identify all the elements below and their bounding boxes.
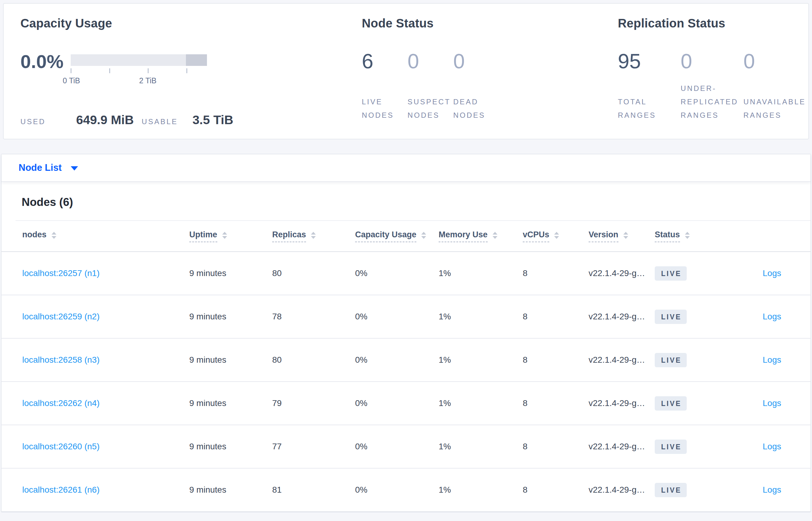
capacity-usage-cell: 0%: [355, 355, 438, 365]
logs-link[interactable]: Logs: [763, 312, 781, 321]
column-header-uptime[interactable]: Uptime: [189, 230, 272, 242]
status-badge: LIVE: [655, 396, 687, 411]
view-selector-label: Node List: [19, 162, 62, 173]
status-cell: LIVE: [655, 266, 728, 281]
node-link[interactable]: localhost:26258 (n3): [22, 355, 189, 365]
replicas-cell: 80: [272, 355, 355, 365]
sort-icon: [623, 232, 628, 239]
column-header-nodes[interactable]: nodes: [22, 230, 189, 242]
status-badge: LIVE: [655, 310, 687, 324]
memory-use-cell: 1%: [438, 268, 523, 278]
node-link[interactable]: localhost:26260 (n5): [22, 442, 189, 451]
node-link[interactable]: localhost:26262 (n4): [22, 399, 189, 408]
live-nodes-value: 6: [362, 49, 408, 73]
version-cell: v22.1.4-29-g…: [589, 399, 655, 408]
unavailable-ranges-stat: 0 UNAVAILABLE RANGES: [743, 49, 806, 122]
node-link[interactable]: localhost:26259 (n2): [22, 312, 189, 321]
uptime-cell: 9 minutes: [189, 485, 272, 495]
table-header-row: nodes Uptime Replicas Capacity Usage Mem…: [2, 221, 810, 252]
dead-nodes-value: 0: [453, 49, 499, 73]
version-cell: v22.1.4-29-g…: [589, 442, 655, 451]
status-cell: LIVE: [655, 396, 728, 411]
capacity-bar-track: [71, 54, 207, 66]
column-header-vcpus[interactable]: vCPUs: [523, 230, 589, 242]
unavailable-ranges-label: UNAVAILABLE RANGES: [743, 95, 806, 122]
capacity-usage-cell: 0%: [355, 442, 438, 451]
logs-link[interactable]: Logs: [763, 442, 781, 451]
vcpus-cell: 8: [523, 312, 589, 321]
node-link[interactable]: localhost:26261 (n6): [22, 485, 189, 495]
sort-icon: [51, 232, 56, 239]
table-row: localhost:26257 (n1) 9 minutes 80 0% 1% …: [2, 252, 810, 295]
sort-icon: [311, 232, 316, 239]
status-cell: LIVE: [655, 353, 728, 367]
logs-link[interactable]: Logs: [763, 268, 781, 278]
table-row: localhost:26258 (n3) 9 minutes 80 0% 1% …: [2, 339, 810, 382]
chevron-down-icon: [71, 166, 78, 171]
axis-tick: [148, 68, 148, 73]
uptime-cell: 9 minutes: [189, 312, 272, 321]
capacity-axis: [71, 68, 207, 74]
logs-link[interactable]: Logs: [763, 399, 781, 408]
table-row: localhost:26262 (n4) 9 minutes 79 0% 1% …: [2, 382, 810, 425]
total-ranges-label: TOTAL RANGES: [618, 95, 680, 122]
replicas-cell: 80: [272, 268, 355, 278]
capacity-bar-segment: [186, 54, 207, 66]
column-header-replicas[interactable]: Replicas: [272, 230, 355, 242]
total-ranges-value: 95: [618, 49, 680, 73]
uptime-cell: 9 minutes: [189, 442, 272, 451]
logs-link[interactable]: Logs: [763, 355, 781, 365]
node-status-title: Node Status: [362, 16, 618, 30]
column-header-version[interactable]: Version: [589, 230, 655, 242]
view-selector-dropdown[interactable]: Node List: [19, 162, 78, 173]
view-selector-bar: Node List: [2, 154, 810, 182]
node-status-section: Node Status 6 LIVE NODES 0 SUSPECT NODES…: [362, 4, 618, 139]
replicas-cell: 78: [272, 312, 355, 321]
axis-tick: [71, 68, 71, 73]
axis-tick-label: 0 TiB: [63, 76, 80, 85]
capacity-usage-cell: 0%: [355, 399, 438, 408]
under-replicated-ranges-stat: 0 UNDER- REPLICATED RANGES: [680, 49, 743, 122]
status-cell: LIVE: [655, 310, 728, 324]
cluster-overview-card: Capacity Usage 0.0% 0 TiB 2 TiB: [3, 3, 809, 139]
memory-use-cell: 1%: [438, 399, 523, 408]
capacity-usage-section: Capacity Usage 0.0% 0 TiB 2 TiB: [20, 4, 362, 139]
column-header-status[interactable]: Status: [655, 230, 728, 242]
axis-tick: [187, 68, 187, 73]
replicas-cell: 79: [272, 399, 355, 408]
logs-link[interactable]: Logs: [763, 485, 781, 495]
capacity-usage-title: Capacity Usage: [20, 16, 362, 30]
under-replicated-ranges-label: UNDER- REPLICATED RANGES: [680, 82, 743, 122]
nodes-table-title: Nodes (6): [22, 195, 810, 209]
status-badge: LIVE: [655, 266, 687, 281]
capacity-bar-chart: 0 TiB 2 TiB: [71, 54, 207, 86]
table-row: localhost:26260 (n5) 9 minutes 77 0% 1% …: [2, 425, 810, 469]
uptime-cell: 9 minutes: [189, 355, 272, 365]
memory-use-cell: 1%: [438, 442, 523, 451]
version-cell: v22.1.4-29-g…: [589, 485, 655, 495]
sort-icon: [493, 232, 497, 239]
used-label: USED: [20, 117, 46, 126]
node-link[interactable]: localhost:26257 (n1): [22, 268, 189, 278]
status-badge: LIVE: [655, 353, 687, 367]
status-cell: LIVE: [655, 439, 728, 454]
replicas-cell: 77: [272, 442, 355, 451]
usable-label: USABLE: [142, 117, 178, 126]
version-cell: v22.1.4-29-g…: [589, 268, 655, 278]
live-nodes-stat: 6 LIVE NODES: [362, 49, 408, 122]
suspect-nodes-label: SUSPECT NODES: [408, 95, 453, 122]
replicas-cell: 81: [272, 485, 355, 495]
vcpus-cell: 8: [523, 442, 589, 451]
sort-icon: [554, 232, 559, 239]
replication-status-title: Replication Status: [618, 16, 808, 30]
column-header-memory-use[interactable]: Memory Use: [438, 230, 523, 242]
sort-icon: [222, 232, 227, 239]
axis-tick: [110, 68, 110, 73]
capacity-usage-cell: 0%: [355, 268, 438, 278]
status-cell: LIVE: [655, 483, 728, 497]
version-cell: v22.1.4-29-g…: [589, 355, 655, 365]
unavailable-ranges-value: 0: [743, 49, 806, 73]
memory-use-cell: 1%: [438, 355, 523, 365]
replication-status-section: Replication Status 95 TOTAL RANGES 0 UND…: [618, 4, 808, 139]
column-header-capacity-usage[interactable]: Capacity Usage: [355, 230, 438, 242]
